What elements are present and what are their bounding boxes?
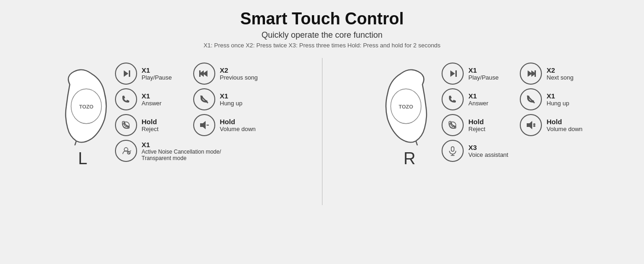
anc-icon-left <box>115 140 137 162</box>
left-answer: X1 Answer <box>115 88 184 110</box>
right-voice-label: X3 <box>468 143 508 151</box>
left-anc-action: Active Noise Cancellation mode/Transpare… <box>142 149 221 161</box>
right-earbud-container: TOZO R <box>382 58 437 168</box>
right-play-pause-text: X1 Play/Pause <box>468 66 499 81</box>
left-hungup-text: X1 Hung up <box>220 92 242 107</box>
answer-icon-right <box>442 88 464 110</box>
svg-marker-10 <box>200 121 206 129</box>
right-row-4: X3 Voice assistant <box>442 140 589 162</box>
svg-rect-3 <box>129 70 130 77</box>
prev-song-icon <box>193 63 215 85</box>
left-prev-text: X2 Previous song <box>220 66 258 81</box>
left-answer-action: Answer <box>142 100 161 107</box>
left-earbud-container: TOZO L <box>55 58 110 168</box>
legend-text: X1: Press once X2: Press twice X3: Press… <box>203 42 440 49</box>
right-next-text: X2 Next song <box>546 66 574 81</box>
right-voldown-text: Hold Volume down <box>546 118 582 132</box>
hungup-icon-right <box>520 88 542 110</box>
left-play-pause-text: X1 Play/Pause <box>142 66 172 81</box>
next-song-icon <box>520 63 542 85</box>
right-voice-action: Voice assistant <box>468 151 508 158</box>
right-row-2: X1 Answer X1 Hung up <box>442 88 589 110</box>
left-earbud-icon: TOZO <box>55 67 110 145</box>
right-row-1: X1 Play/Pause X2 Next song <box>442 63 589 85</box>
right-reject-action: Reject <box>468 126 485 132</box>
left-voldown-label: Hold <box>220 118 256 126</box>
left-row-2: X1 Answer X1 Hung up <box>115 88 262 110</box>
play-pause-icon-left <box>115 63 137 85</box>
right-play-label: X1 <box>468 66 499 74</box>
left-row-4: X1 Active Noise Cancellation mode/Transp… <box>115 140 262 162</box>
left-row-3: Hold Reject Hold Volume down <box>115 114 262 136</box>
svg-marker-25 <box>527 121 532 129</box>
right-reject: Hold Reject <box>442 114 511 136</box>
svg-rect-21 <box>535 70 536 77</box>
voice-icon-right <box>442 140 464 162</box>
right-next-action: Next song <box>546 74 574 81</box>
right-row-3: Hold Reject Hold Volume down <box>442 114 589 136</box>
right-hungup-action: Hung up <box>546 100 569 107</box>
voldown-icon-left <box>193 114 215 136</box>
left-reject: Hold Reject <box>115 114 184 136</box>
right-label: R <box>403 149 415 168</box>
right-answer: X1 Answer <box>442 88 511 110</box>
right-voldown-action: Volume down <box>546 126 582 132</box>
svg-text:TOZO: TOZO <box>79 104 93 109</box>
right-play-action: Play/Pause <box>468 74 499 81</box>
hungup-icon-left <box>193 88 215 110</box>
left-controls: X1 Play/Pause X2 Previous song <box>115 63 262 162</box>
page-subtitle: Quickly operate the core function <box>203 30 440 40</box>
left-anc-label: X1 <box>142 141 221 149</box>
right-answer-text: X1 Answer <box>468 92 488 107</box>
left-prev-song: X2 Previous song <box>193 63 262 85</box>
svg-rect-29 <box>451 147 454 151</box>
right-voice-text: X3 Voice assistant <box>468 143 508 158</box>
right-hungup-label: X1 <box>546 92 569 100</box>
right-voldown: Hold Volume down <box>520 114 589 136</box>
svg-line-14 <box>130 150 131 151</box>
reject-icon-left <box>115 114 137 136</box>
right-voice: X3 Voice assistant <box>442 140 534 162</box>
left-prev-action: Previous song <box>220 74 258 81</box>
left-voldown-text: Hold Volume down <box>220 118 256 132</box>
page-header: Smart Touch Control Quickly operate the … <box>203 9 440 49</box>
voldown-icon-right <box>520 114 542 136</box>
right-answer-label: X1 <box>468 92 488 100</box>
left-hungup-action: Hung up <box>220 100 242 107</box>
left-reject-text: Hold Reject <box>142 118 159 132</box>
left-hungup-label: X1 <box>220 92 242 100</box>
left-answer-text: X1 Answer <box>142 92 161 107</box>
right-answer-action: Answer <box>468 100 488 107</box>
left-hungup: X1 Hung up <box>193 88 262 110</box>
right-side: TOZO R X1 Play/Pause <box>327 58 644 168</box>
right-next-label: X2 <box>546 66 574 74</box>
right-reject-label: Hold <box>468 118 485 126</box>
left-side: TOZO L X1 Play/Pause <box>0 58 317 168</box>
right-controls: X1 Play/Pause X2 Next song <box>442 63 589 162</box>
left-voldown-action: Volume down <box>220 126 256 132</box>
left-anc-text: X1 Active Noise Cancellation mode/Transp… <box>142 141 221 161</box>
left-play-pause: X1 Play/Pause <box>115 63 184 85</box>
reject-icon-right <box>442 114 464 136</box>
right-voldown-label: Hold <box>546 118 582 126</box>
answer-icon-left <box>115 88 137 110</box>
left-prev-label: X2 <box>220 66 258 74</box>
svg-marker-17 <box>450 70 455 77</box>
play-pause-icon-right <box>442 63 464 85</box>
right-hungup: X1 Hung up <box>520 88 589 110</box>
svg-rect-18 <box>455 70 457 77</box>
left-play-label: X1 <box>142 66 172 74</box>
svg-text:TOZO: TOZO <box>399 104 413 109</box>
right-next-song: X2 Next song <box>520 63 589 85</box>
left-reject-label: Hold <box>142 118 159 126</box>
left-play-action: Play/Pause <box>142 74 172 81</box>
left-voldown: Hold Volume down <box>193 114 262 136</box>
left-anc: X1 Active Noise Cancellation mode/Transp… <box>115 140 221 162</box>
right-play-pause: X1 Play/Pause <box>442 63 511 85</box>
svg-marker-2 <box>124 70 128 77</box>
center-divider <box>322 58 322 205</box>
right-reject-text: Hold Reject <box>468 118 485 132</box>
left-label: L <box>78 149 87 168</box>
right-hungup-text: X1 Hung up <box>546 92 569 107</box>
left-row-1: X1 Play/Pause X2 Previous song <box>115 63 262 85</box>
